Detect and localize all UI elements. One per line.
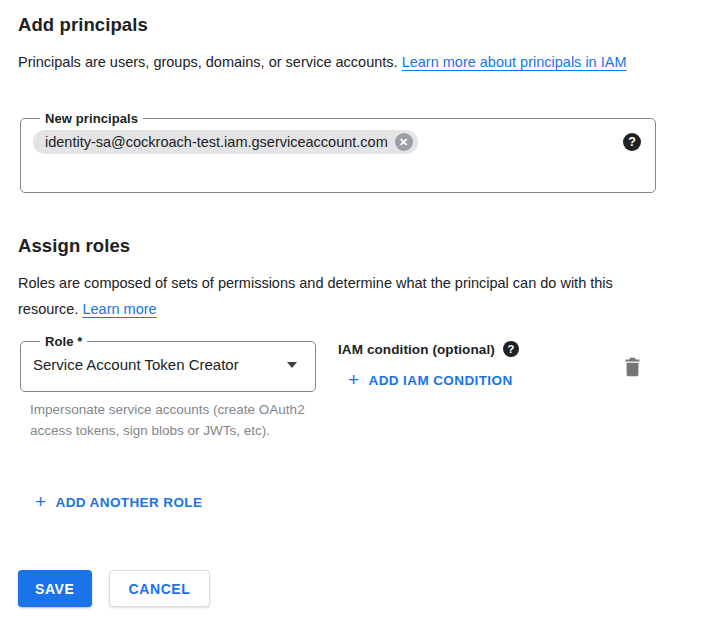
iam-condition-block: IAM condition (optional) ?	[338, 341, 519, 357]
principal-chip-text: identity-sa@cockroach-test.iam.gservicea…	[45, 134, 388, 150]
plus-icon: +	[35, 492, 47, 511]
trash-icon	[624, 357, 641, 377]
role-helper-text: Impersonate service accounts (create OAu…	[30, 399, 314, 441]
learn-more-principals-link[interactable]: Learn more about principals in IAM	[402, 54, 627, 70]
add-iam-condition-label: ADD IAM CONDITION	[369, 373, 513, 388]
action-buttons: SAVE CANCEL	[18, 570, 210, 607]
plus-icon: +	[348, 370, 360, 389]
remove-principal-icon[interactable]: ✕	[395, 133, 413, 151]
add-principals-panel: Add principals Principals are users, gro…	[0, 0, 713, 629]
roles-description: Roles are composed of sets of permission…	[18, 271, 668, 322]
chevron-down-icon	[287, 362, 297, 368]
delete-role-button[interactable]	[620, 355, 644, 379]
new-principals-field[interactable]: New principals identity-sa@cockroach-tes…	[20, 111, 656, 193]
cancel-button[interactable]: CANCEL	[109, 570, 211, 607]
iam-condition-help-icon[interactable]: ?	[503, 341, 519, 357]
role-select[interactable]: Role * Service Account Token Creator	[20, 334, 316, 392]
principals-description-text: Principals are users, groups, domains, o…	[18, 54, 402, 70]
iam-condition-label: IAM condition (optional)	[338, 342, 495, 357]
add-another-role-button[interactable]: + ADD ANOTHER ROLE	[35, 493, 202, 512]
new-principals-label: New principals	[40, 111, 143, 126]
principals-help-icon[interactable]: ?	[623, 133, 641, 151]
learn-more-roles-link[interactable]: Learn more	[82, 301, 156, 317]
assign-roles-title: Assign roles	[18, 235, 130, 257]
new-principals-value-row: identity-sa@cockroach-test.iam.gservicea…	[33, 130, 641, 154]
role-select-value-row: Service Account Token Creator	[33, 356, 301, 373]
add-iam-condition-button[interactable]: + ADD IAM CONDITION	[348, 371, 513, 390]
role-select-value: Service Account Token Creator	[33, 356, 239, 373]
principals-description: Principals are users, groups, domains, o…	[18, 50, 668, 76]
save-button[interactable]: SAVE	[18, 570, 92, 607]
add-principals-title: Add principals	[18, 14, 148, 36]
add-another-role-label: ADD ANOTHER ROLE	[56, 495, 203, 510]
role-select-label: Role *	[40, 334, 87, 349]
principal-chip: identity-sa@cockroach-test.iam.gservicea…	[33, 130, 418, 154]
